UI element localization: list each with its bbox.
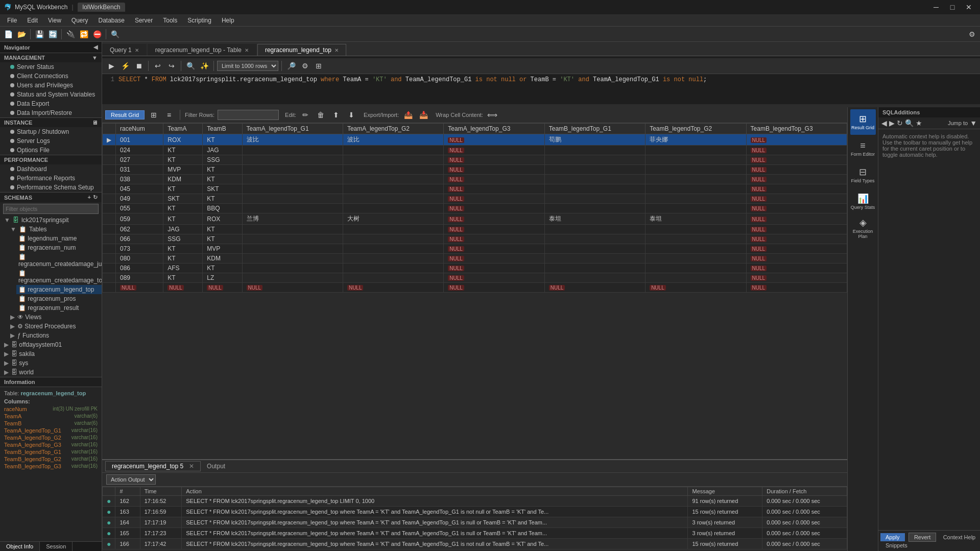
B-G1-cell[interactable]	[544, 244, 645, 254]
A-G1-cell[interactable]	[242, 184, 343, 194]
col-header-TeamA-G3[interactable]: TeamA_legendTop_G3	[444, 124, 544, 134]
menu-file[interactable]: File	[2, 16, 22, 25]
B-G3-cell[interactable]: NULL	[746, 273, 847, 283]
B-G3-cell[interactable]: NULL	[746, 244, 847, 254]
A-G1-cell[interactable]	[242, 165, 343, 175]
B-G3-cell[interactable]: NULL	[746, 165, 847, 175]
TeamA-cell[interactable]: KT	[163, 155, 203, 165]
additions-search-btn[interactable]: 🔍	[905, 119, 914, 127]
TeamA-cell[interactable]: SKT	[163, 194, 203, 204]
A-G1-cell[interactable]	[242, 263, 343, 273]
TeamA-cell[interactable]: ROX	[163, 134, 203, 146]
result-grid-btn[interactable]: ⊞ Result Grid	[850, 109, 876, 135]
col-header-TeamB-G3[interactable]: TeamB_legendTop_G3	[746, 124, 847, 134]
sidebar-item-dashboard[interactable]: Dashboard	[0, 164, 102, 174]
schemas-section[interactable]: SCHEMAS + ↻	[0, 192, 102, 202]
B-G2-cell[interactable]	[646, 273, 746, 283]
additions-back-btn[interactable]: ◀	[881, 119, 887, 127]
table-row[interactable]: 031MVPKTNULLNULL	[103, 165, 847, 175]
TeamB-cell[interactable]: MVP	[203, 244, 242, 254]
col-header-TeamA[interactable]: TeamA	[163, 124, 203, 134]
B-G1-cell[interactable]	[544, 254, 645, 263]
table-regracenum-createdamage-top[interactable]: 📋 regracenum_createdamage_top	[16, 269, 102, 285]
form-editor-btn[interactable]: ≡ Form Editor	[850, 136, 876, 161]
TeamB-cell[interactable]: KT	[203, 225, 242, 234]
A-G3-cell[interactable]: NULL	[444, 175, 544, 184]
A-G3-cell[interactable]: NULL	[444, 244, 544, 254]
schema-views-group[interactable]: ▶ 👁 Views	[0, 313, 102, 322]
table-row[interactable]: ▶001ROXKT波比波比NULL苟鹏菲央娜NULL	[103, 134, 847, 146]
table-regracenum-createdamage-jug[interactable]: 📋 regracenum_createdamage_jug	[16, 252, 102, 269]
TeamB-cell[interactable]: BBQ	[203, 204, 242, 213]
information-section[interactable]: Information	[0, 377, 102, 387]
table-row[interactable]: 089KTLZNULLNULL	[103, 273, 847, 283]
A-G1-cell[interactable]	[242, 204, 343, 213]
sidebar-item-users-privileges[interactable]: Users and Privileges	[0, 81, 102, 90]
table-regracenum-legend-top[interactable]: 📋 regracenum_legend_top	[16, 285, 102, 294]
TeamB-cell[interactable]: KT	[203, 234, 242, 244]
A-G3-cell[interactable]: NULL	[444, 254, 544, 263]
A-G2-cell[interactable]	[343, 175, 443, 184]
schema-item-lck2017[interactable]: ▼ 🗄 lck2017springspit	[0, 215, 102, 225]
A-G3-cell[interactable]: NULL	[444, 134, 544, 146]
TeamB-cell[interactable]: KT	[203, 175, 242, 184]
B-G1-cell[interactable]: 苟鹏	[544, 134, 645, 146]
menu-edit[interactable]: Edit	[22, 16, 43, 25]
B-G3-cell[interactable]: NULL	[746, 283, 847, 293]
B-G1-cell[interactable]	[544, 155, 645, 165]
menu-scripting[interactable]: Scripting	[182, 16, 217, 25]
table-row[interactable]: 073KTMVPNULLNULL	[103, 244, 847, 254]
B-G2-cell[interactable]	[646, 165, 746, 175]
TeamA-cell[interactable]: KDM	[163, 175, 203, 184]
A-G2-cell[interactable]	[343, 184, 443, 194]
B-G3-cell[interactable]: NULL	[746, 146, 847, 155]
B-G1-cell[interactable]	[544, 273, 645, 283]
table-row[interactable]: 045KTSKTNULLNULL	[103, 184, 847, 194]
refresh-btn[interactable]: 🔄	[46, 28, 59, 40]
A-G3-cell[interactable]: NULL	[444, 155, 544, 165]
A-G1-cell[interactable]: NULL	[242, 283, 343, 293]
A-G1-cell[interactable]	[242, 194, 343, 204]
additions-forward-btn[interactable]: ▶	[889, 119, 895, 127]
stop-btn[interactable]: ⏹	[133, 60, 145, 72]
new-query-btn[interactable]: 📄	[2, 28, 14, 40]
B-G2-cell[interactable]: NULL	[646, 283, 746, 293]
TeamA-cell[interactable]: KT	[163, 184, 203, 194]
sidebar-item-options-file[interactable]: Options File	[0, 146, 102, 155]
raceNum-cell[interactable]: 001	[116, 134, 163, 146]
schema-item-sakila[interactable]: ▶ 🗄 sakila	[0, 349, 102, 358]
B-G3-cell[interactable]: NULL	[746, 134, 847, 146]
table-regracenum-num[interactable]: 📋 regracenum_num	[16, 243, 102, 252]
save-btn[interactable]: 💾	[33, 28, 45, 40]
A-G1-cell[interactable]	[242, 234, 343, 244]
management-section[interactable]: MANAGEMENT ▼	[0, 53, 102, 62]
query-stats-btn[interactable]: 📊 Query Stats	[850, 189, 876, 214]
disconnect-btn[interactable]: ⛔	[91, 28, 103, 40]
A-G2-cell[interactable]: 波比	[343, 134, 443, 146]
A-G2-cell[interactable]: NULL	[343, 283, 443, 293]
TeamB-cell[interactable]: KT	[203, 165, 242, 175]
raceNum-cell[interactable]: 027	[116, 155, 163, 165]
raceNum-cell[interactable]: NULL	[116, 283, 163, 293]
raceNum-cell[interactable]: 062	[116, 225, 163, 234]
menu-query[interactable]: Query	[66, 16, 93, 25]
A-G2-cell[interactable]	[343, 234, 443, 244]
field-types-btn[interactable]: ⊟ Field Types	[850, 162, 876, 188]
navigator-collapse-btn[interactable]: ◀	[93, 44, 98, 51]
close-button[interactable]: ✕	[962, 0, 976, 14]
B-G2-cell[interactable]	[646, 254, 746, 263]
A-G3-cell[interactable]: NULL	[444, 146, 544, 155]
schema-functions-group[interactable]: ▶ ƒ Functions	[0, 331, 102, 340]
A-G1-cell[interactable]	[242, 175, 343, 184]
TeamB-cell[interactable]: SKT	[203, 184, 242, 194]
sql-editor[interactable]: 1 SELECT * FROM lck2017springsplit.regra…	[102, 74, 980, 102]
tab-object-info[interactable]: Object Info	[0, 542, 40, 551]
open-btn[interactable]: 📂	[15, 28, 28, 40]
redo-btn[interactable]: ↪	[165, 60, 178, 72]
bottom-tab-legend5[interactable]: regracenum_legend_top 5 ✕	[105, 461, 201, 471]
menu-tools[interactable]: Tools	[158, 16, 182, 25]
A-G3-cell[interactable]: NULL	[444, 234, 544, 244]
sidebar-item-data-export[interactable]: Data Export	[0, 99, 102, 108]
execute-current-btn[interactable]: ⚡	[119, 60, 131, 72]
table-row[interactable]: 080KTKDMNULLNULL	[103, 254, 847, 263]
